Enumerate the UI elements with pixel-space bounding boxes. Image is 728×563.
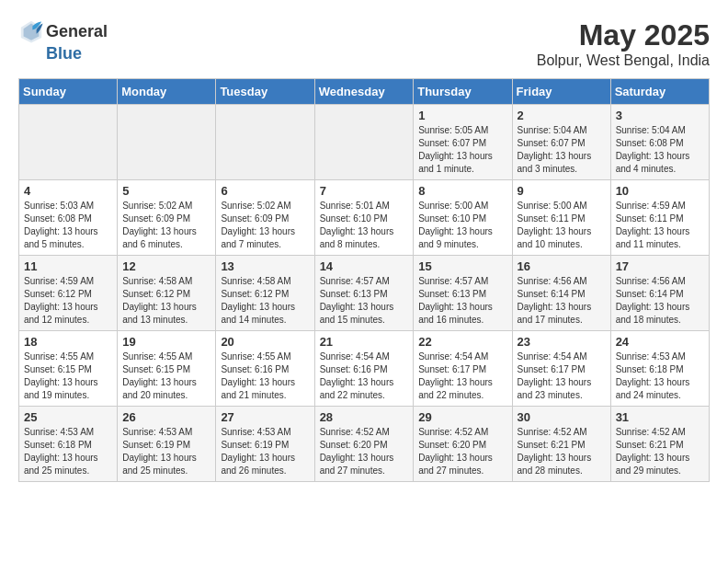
day-info: Sunrise: 4:57 AMSunset: 6:13 PMDaylight:…	[418, 275, 506, 327]
calendar-cell: 12Sunrise: 4:58 AMSunset: 6:12 PMDayligh…	[118, 256, 216, 331]
day-number: 23	[518, 335, 606, 349]
header-wednesday: Wednesday	[314, 79, 414, 105]
day-info: Sunrise: 5:00 AMSunset: 6:11 PMDaylight:…	[518, 200, 606, 251]
calendar-cell: 3Sunrise: 5:04 AMSunset: 6:08 PMDaylight…	[610, 105, 709, 180]
day-number: 26	[122, 410, 210, 424]
day-number: 14	[320, 259, 409, 273]
day-number: 9	[518, 184, 606, 198]
calendar-cell: 28Sunrise: 4:52 AMSunset: 6:20 PMDayligh…	[314, 407, 414, 482]
day-number: 20	[221, 335, 309, 349]
calendar-cell: 4Sunrise: 5:03 AMSunset: 6:08 PMDaylight…	[19, 180, 118, 256]
header-saturday: Saturday	[610, 79, 709, 105]
calendar-cell: 17Sunrise: 4:56 AMSunset: 6:14 PMDayligh…	[610, 256, 709, 331]
day-number: 30	[518, 410, 606, 424]
day-number: 25	[24, 410, 112, 424]
calendar-week-row: 1Sunrise: 5:05 AMSunset: 6:07 PMDaylight…	[19, 105, 710, 180]
day-info: Sunrise: 4:53 AMSunset: 6:19 PMDaylight:…	[122, 426, 210, 477]
header-sunday: Sunday	[19, 79, 118, 105]
day-info: Sunrise: 4:53 AMSunset: 6:19 PMDaylight:…	[221, 426, 309, 477]
day-number: 27	[221, 410, 309, 424]
calendar-cell	[118, 105, 216, 180]
day-number: 29	[418, 410, 506, 424]
calendar-cell: 1Sunrise: 5:05 AMSunset: 6:07 PMDaylight…	[414, 105, 512, 180]
logo-blue-text: Blue	[46, 44, 82, 63]
day-info: Sunrise: 4:54 AMSunset: 6:16 PMDaylight:…	[320, 350, 409, 402]
calendar-cell: 31Sunrise: 4:52 AMSunset: 6:21 PMDayligh…	[610, 407, 709, 482]
day-number: 17	[616, 259, 704, 273]
page-header: General Blue May 2025 Bolpur, West Benga…	[18, 18, 710, 69]
calendar-cell: 15Sunrise: 4:57 AMSunset: 6:13 PMDayligh…	[414, 256, 512, 331]
day-number: 5	[122, 184, 210, 198]
calendar-cell: 21Sunrise: 4:54 AMSunset: 6:16 PMDayligh…	[314, 331, 414, 407]
day-info: Sunrise: 4:53 AMSunset: 6:18 PMDaylight:…	[24, 426, 112, 477]
calendar-cell: 24Sunrise: 4:53 AMSunset: 6:18 PMDayligh…	[610, 331, 709, 407]
day-info: Sunrise: 4:53 AMSunset: 6:18 PMDaylight:…	[616, 350, 704, 402]
day-info: Sunrise: 5:04 AMSunset: 6:07 PMDaylight:…	[518, 124, 606, 176]
day-number: 13	[221, 259, 309, 273]
day-info: Sunrise: 4:56 AMSunset: 6:14 PMDaylight:…	[518, 275, 606, 327]
calendar-cell: 18Sunrise: 4:55 AMSunset: 6:15 PMDayligh…	[19, 331, 118, 407]
calendar-cell: 19Sunrise: 4:55 AMSunset: 6:15 PMDayligh…	[118, 331, 216, 407]
calendar-week-row: 18Sunrise: 4:55 AMSunset: 6:15 PMDayligh…	[19, 331, 710, 407]
day-info: Sunrise: 5:02 AMSunset: 6:09 PMDaylight:…	[122, 200, 210, 251]
calendar-cell: 26Sunrise: 4:53 AMSunset: 6:19 PMDayligh…	[118, 407, 216, 482]
calendar-cell: 22Sunrise: 4:54 AMSunset: 6:17 PMDayligh…	[414, 331, 512, 407]
day-number: 10	[616, 184, 704, 198]
calendar-cell: 16Sunrise: 4:56 AMSunset: 6:14 PMDayligh…	[512, 256, 610, 331]
calendar-cell: 5Sunrise: 5:02 AMSunset: 6:09 PMDaylight…	[118, 180, 216, 256]
day-info: Sunrise: 4:59 AMSunset: 6:12 PMDaylight:…	[24, 275, 112, 327]
header-monday: Monday	[118, 79, 216, 105]
day-number: 1	[418, 109, 506, 122]
day-info: Sunrise: 4:56 AMSunset: 6:14 PMDaylight:…	[616, 275, 704, 327]
day-info: Sunrise: 4:55 AMSunset: 6:15 PMDaylight:…	[122, 350, 210, 402]
logo-general-text: General	[46, 22, 108, 41]
day-number: 11	[24, 259, 112, 273]
calendar-cell: 23Sunrise: 4:54 AMSunset: 6:17 PMDayligh…	[512, 331, 610, 407]
calendar-cell	[216, 105, 314, 180]
day-number: 19	[122, 335, 210, 349]
calendar-cell: 27Sunrise: 4:53 AMSunset: 6:19 PMDayligh…	[216, 407, 314, 482]
day-number: 7	[320, 184, 409, 198]
calendar-cell: 2Sunrise: 5:04 AMSunset: 6:07 PMDaylight…	[512, 105, 610, 180]
header-tuesday: Tuesday	[216, 79, 314, 105]
day-info: Sunrise: 4:59 AMSunset: 6:11 PMDaylight:…	[616, 200, 704, 251]
calendar-cell	[314, 105, 414, 180]
calendar-cell: 6Sunrise: 5:02 AMSunset: 6:09 PMDaylight…	[216, 180, 314, 256]
calendar-header-row: SundayMondayTuesdayWednesdayThursdayFrid…	[19, 79, 710, 105]
calendar-cell	[19, 105, 118, 180]
day-number: 18	[24, 335, 112, 349]
day-number: 2	[518, 109, 606, 122]
calendar-week-row: 4Sunrise: 5:03 AMSunset: 6:08 PMDaylight…	[19, 180, 710, 256]
calendar-cell: 11Sunrise: 4:59 AMSunset: 6:12 PMDayligh…	[19, 256, 118, 331]
calendar-cell: 7Sunrise: 5:01 AMSunset: 6:10 PMDaylight…	[314, 180, 414, 256]
day-number: 6	[221, 184, 309, 198]
header-friday: Friday	[512, 79, 610, 105]
day-info: Sunrise: 4:52 AMSunset: 6:21 PMDaylight:…	[616, 426, 704, 477]
day-number: 22	[418, 335, 506, 349]
day-number: 21	[320, 335, 409, 349]
calendar-cell: 30Sunrise: 4:52 AMSunset: 6:21 PMDayligh…	[512, 407, 610, 482]
day-info: Sunrise: 4:54 AMSunset: 6:17 PMDaylight:…	[418, 350, 506, 402]
day-info: Sunrise: 5:00 AMSunset: 6:10 PMDaylight:…	[418, 200, 506, 251]
main-title: May 2025	[537, 18, 710, 52]
day-number: 4	[24, 184, 112, 198]
day-info: Sunrise: 4:58 AMSunset: 6:12 PMDaylight:…	[122, 275, 210, 327]
calendar-cell: 9Sunrise: 5:00 AMSunset: 6:11 PMDaylight…	[512, 180, 610, 256]
day-info: Sunrise: 4:58 AMSunset: 6:12 PMDaylight:…	[221, 275, 309, 327]
subtitle: Bolpur, West Bengal, India	[537, 52, 710, 69]
day-info: Sunrise: 4:52 AMSunset: 6:21 PMDaylight:…	[518, 426, 606, 477]
calendar-cell: 14Sunrise: 4:57 AMSunset: 6:13 PMDayligh…	[314, 256, 414, 331]
day-number: 12	[122, 259, 210, 273]
day-number: 24	[616, 335, 704, 349]
day-info: Sunrise: 5:03 AMSunset: 6:08 PMDaylight:…	[24, 200, 112, 251]
day-number: 28	[320, 410, 409, 424]
calendar-cell: 20Sunrise: 4:55 AMSunset: 6:16 PMDayligh…	[216, 331, 314, 407]
day-info: Sunrise: 5:05 AMSunset: 6:07 PMDaylight:…	[418, 124, 506, 176]
calendar-week-row: 11Sunrise: 4:59 AMSunset: 6:12 PMDayligh…	[19, 256, 710, 331]
day-info: Sunrise: 4:55 AMSunset: 6:15 PMDaylight:…	[24, 350, 112, 402]
day-info: Sunrise: 4:55 AMSunset: 6:16 PMDaylight:…	[221, 350, 309, 402]
day-number: 8	[418, 184, 506, 198]
title-block: May 2025 Bolpur, West Bengal, India	[537, 18, 710, 69]
day-info: Sunrise: 4:52 AMSunset: 6:20 PMDaylight:…	[320, 426, 409, 477]
day-number: 31	[616, 410, 704, 424]
